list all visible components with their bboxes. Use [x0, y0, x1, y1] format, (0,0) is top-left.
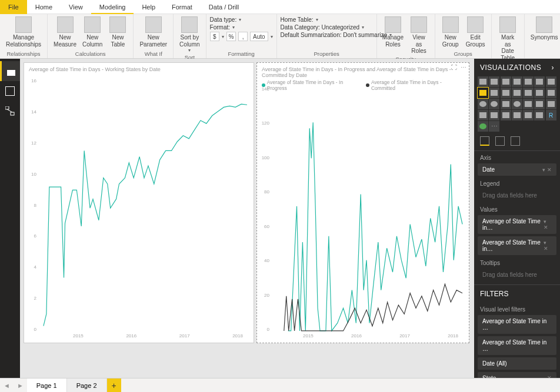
viz-donut[interactable]: [489, 99, 499, 109]
data-view-button[interactable]: [0, 81, 20, 101]
default-summarization-dropdown[interactable]: Default Summarization: Don't summarize▾: [281, 32, 373, 38]
viz-slicer[interactable]: [512, 110, 522, 120]
svg-rect-0: [5, 106, 9, 109]
sort-by-column-button[interactable]: Sort by Column▾: [177, 15, 202, 54]
viz-line[interactable]: [546, 76, 556, 87]
page-prev-button[interactable]: ◄: [0, 382, 14, 389]
viz-line-clustered[interactable]: [512, 88, 522, 98]
clear-filter-icon[interactable]: ✕: [547, 375, 552, 378]
viz-import[interactable]: ⋯: [489, 121, 499, 132]
focus-mode-icon[interactable]: ⛶: [451, 64, 457, 71]
page-next-button[interactable]: ►: [14, 382, 27, 389]
chart2-title: Average of State Time in Days - In Progr…: [257, 63, 469, 79]
tab-view[interactable]: View: [61, 0, 91, 14]
viz-100-column[interactable]: [534, 76, 545, 87]
remove-field-icon[interactable]: ▾ ✕: [542, 167, 552, 173]
viz-multi-card[interactable]: [489, 110, 499, 120]
chart1-plot: [41, 78, 250, 332]
fields-tab-icon[interactable]: [480, 136, 489, 146]
new-column-button[interactable]: New Column: [80, 15, 105, 49]
filter-avg2[interactable]: Average of State Time in …: [478, 336, 556, 355]
data-category-dropdown[interactable]: Data Category: Uncategorized▾: [281, 24, 373, 31]
viz-kpi[interactable]: [501, 110, 511, 120]
filter-date[interactable]: Date (All): [478, 357, 556, 370]
report-canvas[interactable]: Average of State Time in Days - Working …: [20, 59, 474, 378]
report-view-button[interactable]: [0, 61, 20, 81]
chevron-right-icon: ›: [552, 63, 555, 72]
tooltips-label: Tooltips: [474, 256, 560, 267]
viz-card[interactable]: [478, 110, 488, 120]
filter-state[interactable]: State✕ is In Progress or Com…: [478, 372, 556, 378]
viz-100-bar[interactable]: [523, 76, 534, 87]
viz-waterfall[interactable]: [534, 88, 545, 98]
decimals-auto[interactable]: Auto: [250, 32, 268, 41]
home-table-dropdown[interactable]: Home Table:▾: [281, 16, 373, 23]
viz-map[interactable]: [512, 99, 522, 109]
new-table-button[interactable]: New Table: [106, 15, 129, 49]
viz-clustered-column[interactable]: [512, 76, 522, 87]
viz-ribbon[interactable]: [523, 88, 534, 98]
new-parameter-button[interactable]: New Parameter: [137, 15, 169, 49]
format-dropdown[interactable]: Format:▾: [210, 24, 273, 31]
viz-funnel[interactable]: [534, 99, 545, 109]
values-field-2[interactable]: Average of State Time in…▾ ✕: [478, 236, 556, 255]
filters-header[interactable]: FILTERS: [474, 284, 560, 303]
viz-python[interactable]: [478, 121, 488, 132]
viz-stacked-area[interactable]: [489, 88, 499, 98]
tab-help[interactable]: Help: [134, 0, 164, 14]
remove-field-icon[interactable]: ▾ ✕: [544, 219, 552, 230]
view-as-roles-button[interactable]: View as Roles: [406, 15, 431, 56]
tab-modeling[interactable]: Modeling: [91, 0, 134, 14]
axis-field-date[interactable]: Date▾ ✕: [478, 163, 556, 176]
page-tabs: ◄ ► Page 1 Page 2 +: [0, 378, 560, 392]
synonyms-button[interactable]: Synonyms: [528, 15, 560, 42]
tab-data-drill[interactable]: Data / Drill: [201, 0, 247, 14]
tab-file[interactable]: File: [0, 0, 27, 14]
add-page-button[interactable]: +: [107, 378, 121, 393]
viz-r[interactable]: R: [546, 110, 556, 120]
viz-area[interactable]: [478, 88, 488, 98]
new-measure-button[interactable]: New Measure: [51, 15, 79, 49]
comma-button[interactable]: ,: [238, 32, 248, 41]
manage-relationships-button[interactable]: Manage Relationships: [4, 15, 44, 49]
currency-button[interactable]: $: [210, 32, 219, 41]
visualizations-pane: VISUALIZATIONS›: [474, 59, 560, 378]
viz-gauge[interactable]: [546, 99, 556, 109]
chart-in-progress-committed[interactable]: ⛶ ⋯ Average of State Time in Days - In P…: [256, 62, 469, 343]
tooltips-dropzone[interactable]: Drag data fields here: [478, 269, 556, 281]
viz-treemap[interactable]: [501, 99, 511, 109]
format-tab-icon[interactable]: [495, 136, 505, 146]
new-group-button[interactable]: New Group: [439, 15, 462, 49]
chart2-xaxis: 2015201620172018: [274, 333, 465, 341]
remove-field-icon[interactable]: ▾ ✕: [544, 240, 552, 252]
percent-button[interactable]: %: [226, 32, 236, 41]
left-nav: [0, 59, 20, 378]
values-field-1[interactable]: Average of State Time in…▾ ✕: [478, 215, 556, 234]
manage-roles-button[interactable]: Manage Roles: [381, 15, 406, 49]
tab-home[interactable]: Home: [27, 0, 61, 14]
page-tab-2[interactable]: Page 2: [67, 378, 107, 393]
viz-scatter[interactable]: [546, 88, 556, 98]
analytics-tab-icon[interactable]: [511, 136, 520, 146]
tab-format[interactable]: Format: [164, 0, 201, 14]
visualizations-header[interactable]: VISUALIZATIONS›: [474, 59, 560, 76]
page-tab-1[interactable]: Page 1: [27, 378, 67, 393]
legend-dropzone[interactable]: Drag data fields here: [478, 189, 556, 202]
viz-stacked-column[interactable]: [489, 76, 499, 87]
viz-clustered-bar[interactable]: [501, 76, 511, 87]
viz-stacked-bar[interactable]: [478, 76, 488, 87]
viz-table[interactable]: [523, 110, 534, 120]
model-view-button[interactable]: [0, 101, 20, 121]
menu-tabs: File Home View Modeling Help Format Data…: [0, 0, 560, 14]
ribbon: Manage Relationships Relationships New M…: [0, 14, 560, 59]
viz-pie[interactable]: [478, 99, 488, 109]
viz-filled-map[interactable]: [523, 99, 534, 109]
viz-line-stacked[interactable]: [501, 88, 511, 98]
chart-working-states[interactable]: Average of State Time in Days - Working …: [24, 62, 254, 343]
data-type-dropdown[interactable]: Data type:▾: [210, 16, 273, 23]
filter-avg1[interactable]: Average of State Time in …: [478, 315, 556, 334]
chart1-title: Average of State Time in Days - Working …: [24, 63, 254, 73]
viz-matrix[interactable]: [534, 110, 545, 120]
edit-groups-button[interactable]: Edit Groups: [464, 15, 488, 49]
more-options-icon[interactable]: ⋯: [461, 64, 466, 71]
